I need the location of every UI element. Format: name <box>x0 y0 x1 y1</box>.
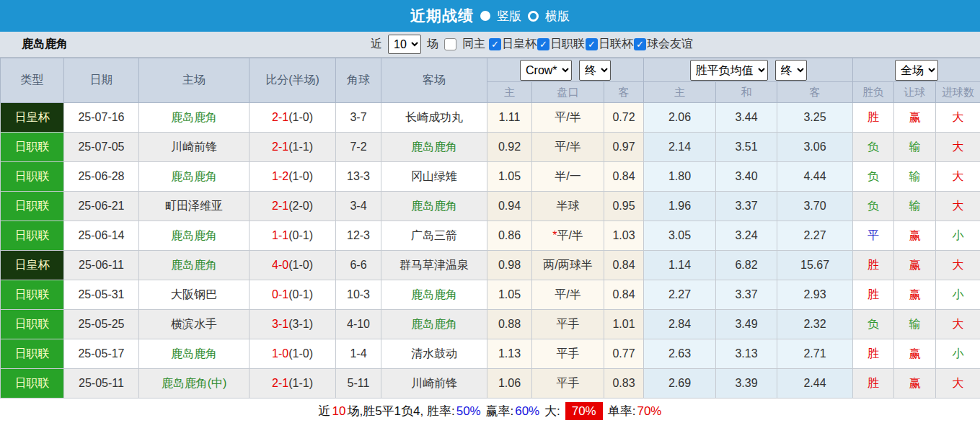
competition-checkbox[interactable]: ✓ <box>586 38 598 50</box>
avg-away: 3.25 <box>777 103 853 133</box>
handicap-outcome: 赢 <box>894 221 936 251</box>
avg-home: 2.06 <box>644 103 716 133</box>
horizontal-layout-radio-label[interactable]: 横版 <box>545 8 570 25</box>
away-team[interactable]: 鹿岛鹿角 <box>381 280 487 310</box>
away-team[interactable]: 鹿岛鹿角 <box>381 310 487 339</box>
away-team[interactable]: 鹿岛鹿角 <box>381 192 487 221</box>
handicap-line: 平手 <box>532 369 604 398</box>
match-type-badge: 日职联 <box>1 280 64 310</box>
handicap-line: 两/两球半 <box>532 251 604 280</box>
table-row: 日皇杯25-07-16鹿岛鹿角2-1(1-0)3-7长崎成功丸1.11平/半0.… <box>1 103 980 133</box>
table-row: 日职联25-06-14鹿岛鹿角1-1(0-1)12-3广岛三箭0.86*平/半1… <box>1 221 980 251</box>
handicap-line: 平/半 <box>532 280 604 310</box>
avg-away: 15.67 <box>777 251 853 280</box>
match-score: 0-1(0-1) <box>250 280 336 310</box>
avg-away: 2.71 <box>777 339 853 369</box>
odds-away: 0.97 <box>604 133 644 162</box>
competition-label[interactable]: 日职联 <box>550 37 585 52</box>
vertical-layout-radio-label[interactable]: 竖版 <box>497 8 521 25</box>
avg-away: 2.93 <box>777 280 853 310</box>
away-team[interactable]: 广岛三箭 <box>381 221 487 251</box>
home-team[interactable]: 川崎前锋 <box>139 133 250 162</box>
home-team[interactable]: 鹿岛鹿角 <box>139 162 250 192</box>
avg-draw: 3.37 <box>716 280 777 310</box>
home-team[interactable]: 鹿岛鹿角 <box>139 339 250 369</box>
same-home-checkbox[interactable] <box>444 38 456 50</box>
home-team[interactable]: 鹿岛鹿角 <box>139 251 250 280</box>
avg-time-select[interactable]: 终 <box>775 60 807 81</box>
competition-label[interactable]: 日联杯 <box>599 37 633 52</box>
away-team[interactable]: 清水鼓动 <box>381 339 487 369</box>
home-team[interactable]: 鹿岛鹿角(中) <box>139 369 250 398</box>
match-score: 3-1(3-1) <box>250 310 336 339</box>
matches-label: 场 <box>427 37 438 52</box>
home-team[interactable]: 大阪钢巴 <box>139 280 250 310</box>
radio-unselected-icon[interactable] <box>528 11 539 22</box>
summary-part: 单率: <box>608 404 636 418</box>
bookmaker-time-select[interactable]: 终 <box>579 60 611 81</box>
away-team[interactable]: 长崎成功丸 <box>381 103 487 133</box>
avg-home: 1.14 <box>644 251 716 280</box>
full-time-score: 2-1 <box>272 141 288 153</box>
avg-draw: 3.49 <box>716 310 777 339</box>
radio-selected-icon[interactable] <box>480 11 490 21</box>
summary-bar: 近10场,胜5平1负4, 胜率:50% 赢率:60% 大:70%单率:70% <box>0 398 980 423</box>
odds-home: 1.06 <box>487 369 532 398</box>
competition-label[interactable]: 球会友谊 <box>647 37 693 52</box>
away-team[interactable]: 冈山绿雉 <box>381 162 487 192</box>
handicap-line: 平/半 <box>532 103 604 133</box>
home-team[interactable]: 鹿岛鹿角 <box>139 221 250 251</box>
table-row: 日职联25-05-31大阪钢巴0-1(0-1)10-3鹿岛鹿角1.05平/半0.… <box>1 280 980 310</box>
full-time-score: 2-1 <box>272 111 288 123</box>
match-score: 1-2(1-0) <box>250 162 336 192</box>
avg-away: 2.44 <box>777 369 853 398</box>
result-outcome: 负 <box>853 133 894 162</box>
handicap-text: 半球 <box>557 200 580 212</box>
half-time-score: (1-0) <box>288 111 313 123</box>
competition-filters: ✓日皇杯✓日职联✓日联杯✓球会友谊 <box>488 37 693 52</box>
period-group-header: 全场 <box>853 58 980 82</box>
home-team[interactable]: 町田泽维亚 <box>139 192 250 221</box>
period-select[interactable]: 全场 <box>895 60 938 81</box>
avg-select[interactable]: 胜平负均值 <box>690 60 768 81</box>
competition-checkbox[interactable]: ✓ <box>537 38 549 50</box>
handicap-text: 平/半 <box>555 288 581 300</box>
avg-home: 2.14 <box>644 133 716 162</box>
subheader-avg-draw: 和 <box>716 82 777 103</box>
home-team[interactable]: 鹿岛鹿角 <box>139 103 250 133</box>
match-type-badge: 日职联 <box>1 133 64 162</box>
bookmaker-select[interactable]: Crow* <box>520 60 572 81</box>
half-time-score: (2-0) <box>288 200 313 212</box>
full-time-score: 1-1 <box>272 229 288 241</box>
avg-home: 2.63 <box>644 339 716 369</box>
home-team[interactable]: 横滨水手 <box>139 310 250 339</box>
avg-draw: 3.24 <box>716 221 777 251</box>
table-row: 日职联25-05-25横滨水手3-1(3-1)4-10鹿岛鹿角0.88平手1.0… <box>1 310 980 339</box>
away-team[interactable]: 群马草津温泉 <box>381 251 487 280</box>
handicap-line: 半/一 <box>532 162 604 192</box>
away-team[interactable]: 川崎前锋 <box>381 369 487 398</box>
result-outcome: 胜 <box>853 339 894 369</box>
competition-checkbox[interactable]: ✓ <box>489 38 501 50</box>
odds-away: 1.01 <box>604 310 644 339</box>
competition-checkbox[interactable]: ✓ <box>634 38 646 50</box>
avg-draw: 3.39 <box>716 369 777 398</box>
handicap-text: 平/半 <box>557 229 583 241</box>
competition-label[interactable]: 日皇杯 <box>502 37 537 52</box>
handicap-outcome: 赢 <box>894 339 936 369</box>
goals-outcome: 小 <box>936 339 980 369</box>
away-team[interactable]: 鹿岛鹿角 <box>381 133 487 162</box>
avg-away: 3.06 <box>777 133 853 162</box>
half-time-score: (0-1) <box>288 288 313 300</box>
handicap-text: 平手 <box>557 318 580 330</box>
odds-home: 1.13 <box>487 339 532 369</box>
match-date: 25-07-16 <box>64 103 139 133</box>
handicap-outcome: 赢 <box>894 103 936 133</box>
match-type-badge: 日皇杯 <box>1 103 64 133</box>
match-score: 2-1(1-1) <box>250 369 336 398</box>
corner-score: 7-2 <box>336 133 381 162</box>
match-type-badge: 日职联 <box>1 369 64 398</box>
recent-count-select[interactable]: 10 <box>388 35 421 54</box>
same-home-label[interactable]: 同主 <box>462 37 485 52</box>
handicap-line: *平/半 <box>532 221 604 251</box>
